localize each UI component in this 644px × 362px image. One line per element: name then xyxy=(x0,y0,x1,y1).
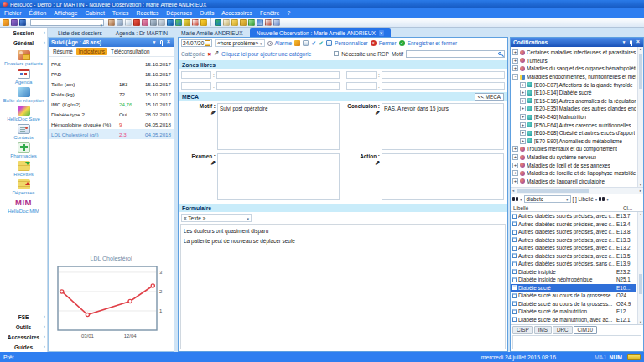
toolbar-contact-card-icon[interactable] xyxy=(108,19,115,26)
notes-textarea[interactable]: Les douleurs ont quasiment disparuLa pat… xyxy=(180,224,506,349)
binoculars-icon[interactable] xyxy=(512,197,515,201)
close-icon[interactable] xyxy=(636,39,641,45)
document-tab[interactable]: Agenda : Dr MARTIN xyxy=(109,28,174,37)
chevron-down-icon[interactable] xyxy=(152,39,157,45)
meca-textarea[interactable] xyxy=(382,153,504,200)
toolbar-folder-yellow-icon[interactable] xyxy=(231,19,238,26)
meca-textarea[interactable]: Suivi post opératoire xyxy=(217,103,340,150)
patient-tab[interactable]: Téléconsultation xyxy=(108,48,153,55)
toolbar-copy-icon[interactable] xyxy=(158,19,165,26)
pen-icon[interactable] xyxy=(210,160,216,167)
sidebar-item[interactable]: HelloDoc Save xyxy=(0,106,47,122)
codification-tab[interactable]: CISP xyxy=(512,326,533,334)
menu-item[interactable]: Outils xyxy=(200,10,214,16)
codification-tab[interactable]: DRC xyxy=(553,326,573,334)
toolbar-new-document-icon[interactable] xyxy=(125,19,132,26)
tree-node[interactable]: + Tumeurs xyxy=(512,57,636,65)
result-row[interactable]: Diabète insipide néphrogénique N25.1 xyxy=(511,276,636,284)
problem-selector[interactable]: «hors problème» xyxy=(215,39,264,47)
expander-icon[interactable]: + xyxy=(520,122,526,128)
sidebar-item[interactable]: Pharmacies xyxy=(0,142,47,158)
tree-node[interactable]: - Maladies endocriniennes, nutritionnell… xyxy=(512,73,636,81)
enregistrer-button[interactable]: Enregistrer et fermer xyxy=(408,40,458,46)
meca-textarea[interactable]: RAS. A revoir dans 15 jours xyxy=(382,103,504,150)
toolbar-print-icon[interactable] xyxy=(117,19,123,26)
zone-libre-value-input[interactable] xyxy=(216,82,340,90)
toolbar-save-icon[interactable] xyxy=(19,19,26,26)
add-category-link[interactable]: Cliquez ici pour ajouter une catégorie xyxy=(221,51,311,57)
toolbar-redo-icon[interactable] xyxy=(142,19,148,26)
menu-item[interactable]: Fenêtre xyxy=(260,10,279,16)
toolbar-pen-icon[interactable] xyxy=(257,19,263,26)
zone-libre-value-input[interactable] xyxy=(382,71,505,79)
result-row[interactable]: Autres diabètes sucrés précisés, avec c.… xyxy=(511,220,636,229)
meca-textarea[interactable] xyxy=(217,153,340,200)
toolbar-search-icon[interactable] xyxy=(167,19,174,26)
chevron-down-icon[interactable] xyxy=(621,39,626,45)
indicator-row[interactable]: PAD 15.10.2017 xyxy=(49,69,174,79)
menu-item[interactable]: Édition xyxy=(29,10,46,16)
menu-item[interactable]: Recettes xyxy=(137,10,159,16)
document-tab[interactable]: Marie Amélie ANDRIEUX xyxy=(174,28,250,37)
zone-libre-value-input[interactable] xyxy=(216,71,340,79)
tree-node[interactable]: + Maladies de l'appareil circulatoire xyxy=(512,178,636,186)
zone-libre-key-input[interactable] xyxy=(181,82,211,90)
result-row[interactable]: Diabète sucré de malnutrition, avec ac..… xyxy=(511,316,636,324)
pin-icon[interactable] xyxy=(630,40,632,44)
tree-node[interactable]: + [E40-E46] Malnutrition xyxy=(512,113,636,122)
indicator-row[interactable]: IMC (Kg/m2) 24,76 15.10.2017 xyxy=(49,99,174,109)
menu-item[interactable]: Dépenses xyxy=(166,10,192,16)
flag-icon[interactable] xyxy=(294,40,300,46)
tree-node[interactable]: + Certaines maladies infectieuses et par… xyxy=(512,49,636,57)
tree-node[interactable]: + [E20-E35] Maladies des autres glandes … xyxy=(512,105,636,113)
menu-item[interactable]: Fichier xyxy=(4,10,21,16)
tree-node[interactable]: + Maladies du sang et des organes hémato… xyxy=(512,65,636,73)
close-icon[interactable] xyxy=(379,30,384,36)
zone-libre-key-input[interactable] xyxy=(346,71,377,79)
toolbar-calendar-icon[interactable] xyxy=(192,19,199,26)
expander-icon[interactable]: + xyxy=(512,58,518,64)
expander-icon[interactable]: + xyxy=(512,65,518,71)
alarm-button[interactable]: Alarme xyxy=(275,40,293,46)
toolbar-folder-open-icon[interactable] xyxy=(240,19,247,26)
toolbar-combobox[interactable] xyxy=(30,19,104,26)
tree-node[interactable]: + Maladies de l'oreille et de l'apophyse… xyxy=(512,169,636,178)
expander-icon[interactable]: + xyxy=(520,90,526,96)
indicator-row[interactable]: LDL Cholestérol (g/l) 2,3 04.05.2018 xyxy=(49,129,174,139)
toolbar-cut-icon[interactable] xyxy=(150,19,157,26)
indicator-row[interactable]: Hémoglobine glyquée (%) 9 04.05.2018 xyxy=(49,119,174,129)
codification-tab[interactable]: CIM10 xyxy=(574,326,598,334)
tree-node[interactable]: + [E15-E16] Autres anomalies de la régul… xyxy=(512,97,636,106)
pen-icon[interactable] xyxy=(214,50,219,57)
zone-libre-value-input[interactable] xyxy=(382,82,505,90)
column-libelle[interactable]: Libellé xyxy=(513,205,623,211)
chevron-down-icon[interactable] xyxy=(606,196,609,202)
patient-tab[interactable]: Indicateurs xyxy=(76,48,107,55)
indicator-row[interactable]: PAS 15.10.2017 xyxy=(49,59,174,69)
result-row[interactable]: Autres diabètes sucrés précisés, sans c.… xyxy=(511,260,636,268)
pen-icon[interactable] xyxy=(210,110,216,116)
result-row[interactable]: Diabète sucré au cours de la grossesse O… xyxy=(511,292,636,300)
menu-item[interactable]: ? xyxy=(287,10,290,16)
motif-search-input[interactable] xyxy=(406,50,505,58)
expander-icon[interactable]: - xyxy=(512,74,518,80)
expander-icon[interactable]: + xyxy=(520,130,526,136)
tree-node[interactable]: + [E65-E68] Obésité et autres excès d'ap… xyxy=(512,129,636,137)
zone-libre-key-input[interactable] xyxy=(181,71,211,79)
menu-item[interactable]: Accessoires xyxy=(221,10,252,16)
sidebar-section-header[interactable]: Session xyxy=(0,28,47,38)
tree-node[interactable]: + Maladies de l'œil et de ses annexes xyxy=(512,161,636,169)
menu-item[interactable]: Affichage xyxy=(54,10,77,16)
expander-icon[interactable]: + xyxy=(512,170,518,176)
toolbar-undo-icon[interactable] xyxy=(133,19,140,26)
indicator-row[interactable]: Diabète type 2 Oui 28.02.2010 xyxy=(49,109,174,119)
expander-icon[interactable]: + xyxy=(512,178,518,184)
result-row[interactable]: Diabète sucré de malnutrition E12 xyxy=(511,308,636,316)
sidebar-item[interactable]: Recettes xyxy=(0,161,47,177)
expander-icon[interactable]: + xyxy=(520,106,526,111)
sidebar-section-header[interactable]: Guides xyxy=(0,342,47,352)
toolbar-mail-icon[interactable] xyxy=(223,19,230,26)
codification-tab[interactable]: IMS xyxy=(534,326,552,334)
toolbar-photo-album-icon[interactable] xyxy=(11,19,18,26)
result-row[interactable]: Autres diabètes sucrés précisés, avec c.… xyxy=(511,252,636,261)
